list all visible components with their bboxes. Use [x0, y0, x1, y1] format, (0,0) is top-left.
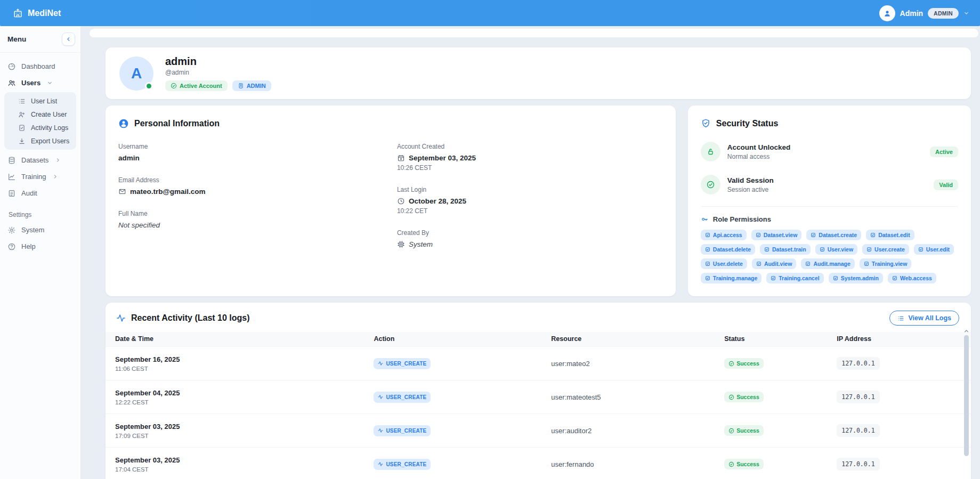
col-status: Status	[724, 332, 837, 347]
database-icon	[7, 156, 16, 165]
sidebar-item-dashboard[interactable]: Dashboard	[3, 58, 77, 75]
content-top-strip	[90, 29, 978, 37]
permission-chip: Training.view	[860, 258, 912, 269]
scrollbar-thumb[interactable]	[964, 335, 969, 456]
shield-check-icon	[701, 118, 711, 128]
field-account-created: Account Created September 03, 2025 10:26…	[397, 143, 663, 172]
action-badge: USER_CREATE	[374, 392, 431, 403]
col-action: Action	[374, 332, 551, 347]
sidebar-collapse-button[interactable]	[62, 33, 75, 46]
table-row: September 16, 202511:06 CEST USER_CREATE…	[106, 347, 971, 380]
scrollbar-track[interactable]	[964, 335, 969, 479]
field-username: Username admin	[118, 143, 384, 162]
sidebar-item-training[interactable]: Training	[3, 168, 77, 185]
permission-chip: Training.manage	[701, 273, 762, 283]
action-badge: USER_CREATE	[374, 459, 431, 470]
sidebar-item-create-user[interactable]: Create User	[4, 108, 76, 121]
field-last-login: Last Login October 28, 2025 10:22 CET	[397, 186, 663, 215]
status-badge: Success	[724, 425, 764, 436]
col-resource: Resource	[551, 332, 724, 347]
check-circle-icon	[171, 83, 177, 89]
ip-address: 127.0.0.1	[837, 357, 879, 370]
sidebar-item-user-list[interactable]: User List	[4, 94, 76, 108]
active-account-badge: Active Account	[165, 80, 228, 91]
recent-activity-title: Recent Activity (Last 10 logs)	[131, 313, 250, 323]
permission-chip: Audit.view	[752, 258, 797, 269]
profile-card: A admin @admin Active Account ADMIN	[106, 47, 971, 99]
clock-icon	[397, 197, 405, 205]
security-status-card: Security Status Account Unlocked Normal …	[688, 105, 971, 296]
permission-chip: Training.cancel	[766, 273, 823, 283]
sidebar-item-datasets[interactable]: Datasets	[3, 152, 77, 168]
permission-chip: User.edit	[914, 244, 954, 255]
user-menu[interactable]: Admin ADMIN	[879, 5, 969, 21]
profile-name: admin	[165, 55, 271, 68]
permission-chip: Dataset.create	[806, 230, 861, 240]
permission-chip: Api.access	[701, 230, 747, 240]
profile-avatar: A	[119, 56, 153, 91]
sidebar-item-users[interactable]: Users	[3, 75, 77, 91]
dashboard-icon	[7, 62, 16, 71]
envelope-icon	[118, 188, 126, 196]
hospital-icon	[13, 8, 23, 18]
status-badge-active: Active	[930, 147, 958, 157]
check-circle-icon	[701, 175, 720, 194]
recent-activity-card: Recent Activity (Last 10 logs) View All …	[106, 303, 971, 479]
list-icon	[897, 315, 904, 322]
user-name: Admin	[900, 9, 924, 18]
chevron-down-icon	[47, 80, 53, 86]
audit-doc-icon	[7, 189, 16, 198]
permission-chip: System.admin	[829, 273, 883, 283]
gear-icon	[7, 226, 16, 234]
sidebar-item-export-users[interactable]: Export Users	[4, 134, 76, 148]
activity-pulse-icon	[116, 313, 126, 323]
action-badge: USER_CREATE	[374, 425, 431, 436]
role-permissions-title: Role Permissions	[713, 215, 771, 223]
key-icon	[701, 215, 709, 223]
table-row: September 04, 202512:22 CEST USER_CREATE…	[106, 380, 971, 414]
id-badge-icon	[238, 83, 244, 89]
security-item-unlocked: Account Unlocked Normal access Active	[701, 142, 958, 161]
sidebar: Menu Dashboard Users Use	[0, 26, 81, 479]
table-row: September 03, 202517:09 CEST USER_CREATE…	[106, 414, 971, 448]
calendar-icon	[397, 154, 405, 162]
permission-chips: Api.access Dataset.view Dataset.create D…	[701, 230, 958, 283]
field-email: Email Address mateo.trb@gmail.com	[118, 176, 384, 196]
sidebar-item-help[interactable]: Help	[3, 238, 77, 255]
ip-address: 127.0.0.1	[837, 424, 879, 437]
users-submenu: User List Create User Activity Logs Expo…	[4, 92, 76, 150]
person-circle-icon	[118, 118, 129, 129]
list-icon	[18, 98, 26, 105]
unlock-icon	[701, 142, 720, 161]
status-badge: Success	[724, 358, 764, 369]
permission-chip: User.view	[815, 244, 857, 255]
scroll-up-icon[interactable]	[963, 328, 969, 334]
brand-name: MediNet	[28, 9, 61, 18]
ip-address: 127.0.0.1	[837, 458, 879, 470]
permission-chip: Web.access	[888, 273, 936, 283]
view-all-logs-button[interactable]: View All Logs	[889, 311, 959, 326]
permission-chip: User.delete	[701, 258, 747, 269]
status-badge: Success	[724, 392, 764, 402]
sidebar-item-audit[interactable]: Audit	[3, 185, 77, 201]
personal-info-card: Personal Information Username admin Emai…	[106, 105, 676, 296]
status-badge: Success	[724, 459, 764, 469]
activity-table: Date & Time Action Resource Status IP Ad…	[106, 332, 971, 479]
checkbox-check-icon	[705, 232, 710, 238]
doc-check-icon	[18, 124, 26, 132]
security-divider	[701, 206, 958, 207]
sidebar-item-system[interactable]: System	[3, 222, 77, 238]
permission-chip: User.create	[862, 244, 909, 255]
personal-info-title: Personal Information	[134, 119, 220, 128]
topbar: MediNet Admin ADMIN	[0, 0, 980, 26]
profile-handle: @admin	[165, 69, 271, 76]
users-icon	[7, 79, 16, 87]
col-ip: IP Address	[837, 332, 971, 347]
security-item-session: Valid Session Session active Valid	[701, 175, 958, 194]
user-avatar-icon	[879, 5, 895, 21]
col-date-time: Date & Time	[106, 332, 374, 347]
sidebar-item-activity-logs[interactable]: Activity Logs	[4, 121, 76, 134]
permission-chip: Dataset.edit	[866, 230, 914, 240]
permission-chip: Dataset.view	[751, 230, 802, 240]
table-scrollbar[interactable]	[962, 328, 970, 479]
